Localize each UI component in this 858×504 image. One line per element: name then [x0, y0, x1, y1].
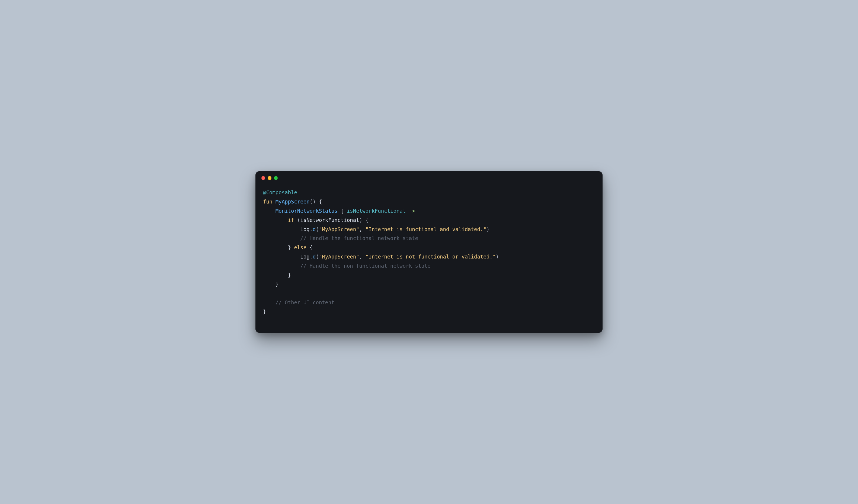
code-line: } — [263, 272, 291, 278]
code-line: MonitorNetworkStatus { isNetworkFunction… — [263, 208, 415, 214]
code-line: Log.d("MyAppScreen", "Internet is not fu… — [263, 254, 499, 260]
dot-token: . — [310, 226, 313, 232]
method-token: d — [313, 226, 316, 232]
paren-token: ) — [496, 254, 499, 260]
paren-token: ( — [316, 254, 319, 260]
code-line: if (isNetworkFunctional) { — [263, 217, 368, 223]
annotation-token: @Composable — [263, 190, 297, 195]
comma-token: , — [359, 254, 366, 260]
code-window: @Composable fun MyAppScreen() { MonitorN… — [255, 171, 603, 332]
minimize-icon[interactable] — [268, 176, 271, 180]
code-line: fun MyAppScreen() { — [263, 199, 322, 205]
indent — [263, 226, 300, 232]
dot-token: . — [310, 254, 313, 260]
comma-token: , — [359, 226, 366, 232]
code-line: // Handle the functional network state — [263, 235, 418, 241]
brace-token: } — [275, 281, 279, 287]
brace-token: } — [288, 244, 291, 250]
indent — [263, 217, 288, 223]
paren-token: ) — [487, 226, 490, 232]
code-line: } — [263, 281, 279, 287]
keyword-token: if — [288, 217, 294, 223]
brace-token: { — [310, 244, 313, 250]
code-line: @Composable — [263, 190, 297, 195]
indent — [263, 254, 300, 260]
param-token: isNetworkFunctional — [347, 208, 406, 214]
paren-token: ( — [294, 217, 300, 223]
indent — [263, 235, 300, 241]
string-token: "MyAppScreen" — [319, 254, 359, 260]
window-titlebar — [255, 171, 603, 181]
maximize-icon[interactable] — [274, 176, 278, 180]
function-name-token: MyAppScreen — [275, 199, 310, 205]
brace-token: } — [263, 309, 266, 314]
brace-token: } — [288, 272, 291, 278]
code-line: Log.d("MyAppScreen", "Internet is functi… — [263, 226, 490, 232]
code-line: // Handle the non-functional network sta… — [263, 263, 431, 269]
brace-token: { — [338, 208, 347, 214]
indent — [263, 263, 300, 269]
brace-token: { — [316, 199, 322, 205]
indent — [263, 281, 275, 287]
ident-token: Log — [300, 254, 309, 260]
paren-token: ) { — [359, 217, 368, 223]
close-icon[interactable] — [261, 176, 265, 180]
code-line: } else { — [263, 244, 313, 250]
code-line: } — [263, 309, 266, 314]
indent — [263, 272, 288, 278]
string-token: "Internet is not functional or validated… — [366, 254, 496, 260]
indent — [263, 208, 275, 214]
comment-token: // Other UI content — [275, 299, 334, 305]
paren-token: ( — [316, 226, 319, 232]
method-token: d — [313, 254, 316, 260]
code-line: // Other UI content — [263, 299, 334, 305]
paren-token: () — [310, 199, 316, 205]
arrow-token: -> — [406, 208, 415, 214]
ident-token: Log — [300, 226, 309, 232]
string-token: "Internet is functional and validated." — [366, 226, 487, 232]
call-token: MonitorNetworkStatus — [275, 208, 338, 214]
comment-token: // Handle the non-functional network sta… — [300, 263, 430, 269]
ident-token: isNetworkFunctional — [300, 217, 359, 223]
string-token: "MyAppScreen" — [319, 226, 359, 232]
keyword-token: else — [291, 244, 310, 250]
comment-token: // Handle the functional network state — [300, 235, 418, 241]
indent — [263, 244, 288, 250]
indent — [263, 299, 275, 305]
code-block: @Composable fun MyAppScreen() { MonitorN… — [255, 181, 603, 332]
keyword-token: fun — [263, 199, 272, 205]
